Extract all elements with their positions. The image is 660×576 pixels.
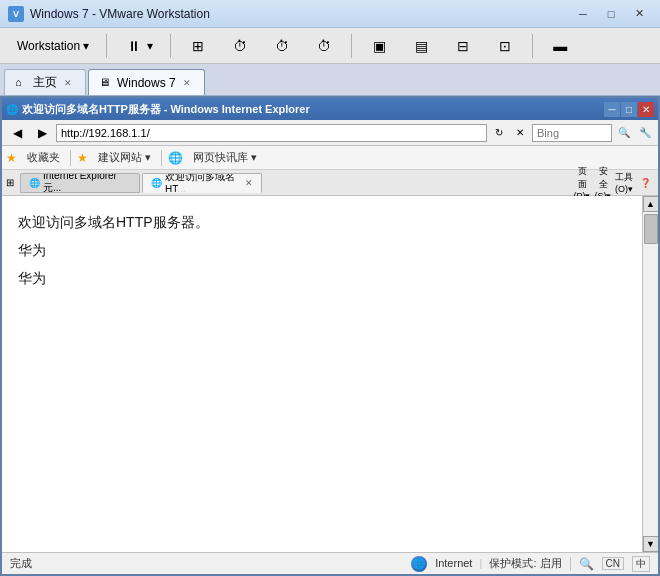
content-line1: 欢迎访问多域名HTTP服务器。 (18, 208, 642, 236)
content-line2: 华为 (18, 236, 642, 264)
ie-window: 🌐 欢迎访问多域名HTTP服务器 - Windows Internet Expl… (0, 96, 660, 576)
ie-help-btn[interactable]: ❓ (636, 174, 654, 192)
vm-btn[interactable]: ▬ (541, 33, 579, 59)
snapshot1-btn[interactable]: ⏱ (221, 33, 259, 59)
vm-icon: ⊞ (188, 37, 208, 55)
ie-scrollbar[interactable]: ▲ ▼ (642, 196, 658, 552)
globe-icon: 🌐 (411, 556, 427, 572)
cn-indicator: CN (602, 557, 624, 570)
minimize-button[interactable]: ─ (570, 5, 596, 23)
ie-forward-btn[interactable]: ▶ (31, 123, 53, 143)
ie-title-bar: 🌐 欢迎访问多域名HTTP服务器 - Windows Internet Expl… (2, 98, 658, 120)
ie-close-btn[interactable]: ✕ (638, 102, 654, 117)
ie-favorites-bar: ★ 收藏夹 ★ 建议网站 ▾ 🌐 网页快讯库 ▾ (2, 146, 658, 170)
ie-app-icon: 🌐 (6, 104, 18, 115)
view2-btn[interactable]: ▤ (402, 33, 440, 59)
content-area: 欢迎访问多域名HTTP服务器。 华为 华为 (18, 208, 642, 292)
vm-btn-icon: ▬ (550, 37, 570, 55)
view4-btn[interactable]: ⊡ (486, 33, 524, 59)
ie-refresh-btn[interactable]: ↻ (490, 124, 508, 142)
view2-icon: ▤ (411, 37, 431, 55)
ie-tab-page-btn[interactable]: 页面(P)▾ (573, 174, 591, 192)
vmware-toolbar: Workstation ▾ ⏸ ▾ ⊞ ⏱ ⏱ ⏱ ▣ ▤ ⊟ ⊡ ▬ (0, 28, 660, 64)
title-text: Windows 7 - VMware Workstation (30, 7, 570, 21)
ie-maximize-btn[interactable]: □ (621, 102, 637, 117)
ie-grid-icon: ⊞ (6, 177, 14, 188)
ie-search-btn[interactable]: 🔍 (615, 124, 633, 142)
home-tab-close[interactable]: ✕ (61, 76, 75, 90)
ie-tab-bar: ⊞ 🌐 Internet Explorer 元... 🌐 欢迎访问多域名HT..… (2, 170, 658, 196)
app-icon: V (8, 6, 24, 22)
ie-inactive-tab[interactable]: 🌐 Internet Explorer 元... (20, 173, 140, 193)
toolbar-sep-1 (106, 34, 107, 58)
refresh-icon: ↻ (495, 127, 503, 138)
scrollbar-up-btn[interactable]: ▲ (643, 196, 659, 212)
scrollbar-down-btn[interactable]: ▼ (643, 536, 659, 552)
scrollbar-thumb[interactable] (644, 214, 658, 244)
snapshot3-btn[interactable]: ⏱ (305, 33, 343, 59)
active-tab-label: 欢迎访问多域名HT... (165, 173, 242, 193)
toolbar-sep-3 (351, 34, 352, 58)
ie-status-right: 🌐 Internet | 保护模式: 启用 🔍 CN 中 (411, 556, 650, 572)
snapshot1-icon: ⏱ (230, 37, 250, 55)
view3-icon: ⊟ (453, 37, 473, 55)
tools-menu-icon: 工具(O)▾ (615, 171, 633, 194)
toolbar-sep-4 (532, 34, 533, 58)
ie-tools-menu-btn[interactable]: 工具(O)▾ (615, 174, 633, 192)
ie-title-text: 欢迎访问多域名HTTP服务器 - Windows Internet Explor… (22, 102, 604, 117)
workstation-label: Workstation (17, 39, 80, 53)
win7-icon: 🖥 (99, 76, 113, 90)
view1-btn[interactable]: ▣ (360, 33, 398, 59)
search-icon: 🔍 (618, 127, 630, 138)
ie-back-btn[interactable]: ◀ (6, 123, 28, 143)
pause-icon: ⏸ (124, 37, 144, 55)
tools-icon: 🔧 (639, 127, 651, 138)
vm-icon-btn[interactable]: ⊞ (179, 33, 217, 59)
home-tab[interactable]: ⌂ 主页 ✕ (4, 69, 86, 95)
home-icon: ⌂ (15, 76, 29, 90)
recommend-btn[interactable]: 建议网站 ▾ (94, 149, 155, 166)
ie-status-done: 完成 (10, 556, 32, 571)
ie-zone-text: Internet | 保护模式: 启用 (435, 556, 561, 571)
active-tab-icon: 🌐 (151, 178, 162, 188)
ie-tools-btn[interactable]: 🔧 (636, 124, 654, 142)
snapshot2-btn[interactable]: ⏱ (263, 33, 301, 59)
ie-tab-controls: 页面(P)▾ 安全(S)▾ 工具(O)▾ ❓ (573, 174, 654, 192)
ie-address-bar: ◀ ▶ ↻ ✕ 🔍 🔧 (2, 120, 658, 146)
fav-sep-1 (70, 150, 71, 166)
ie-tab-label: Internet Explorer 元... (43, 173, 131, 193)
favorites-label: 收藏夹 (27, 150, 60, 165)
stop-icon: ✕ (516, 127, 524, 138)
ie-active-tab[interactable]: 🌐 欢迎访问多域名HT... ✕ (142, 173, 262, 193)
webslice-btn[interactable]: 网页快讯库 ▾ (189, 149, 261, 166)
zoom-icon: 🔍 (579, 557, 594, 571)
status-sep-2 (570, 557, 571, 571)
ie-tab-icon: 🌐 (29, 178, 40, 188)
view4-icon: ⊡ (495, 37, 515, 55)
ie-stop-btn[interactable]: ✕ (511, 124, 529, 142)
workstation-dropdown-icon: ▾ (83, 39, 89, 53)
win7-tab[interactable]: 🖥 Windows 7 ✕ (88, 69, 205, 95)
pause-button[interactable]: ⏸ ▾ (115, 33, 162, 59)
workstation-menu[interactable]: Workstation ▾ (8, 35, 98, 57)
win7-tab-label: Windows 7 (117, 76, 176, 90)
close-button[interactable]: ✕ (626, 5, 652, 23)
ie-address-input[interactable] (56, 124, 487, 142)
webslice-icon: 🌐 (168, 151, 183, 165)
pause-dropdown-icon: ▾ (147, 39, 153, 53)
ie-minimize-btn[interactable]: ─ (604, 102, 620, 117)
maximize-button[interactable]: □ (598, 5, 624, 23)
help-icon: ❓ (640, 178, 651, 188)
ie-search-input[interactable] (532, 124, 612, 142)
favorites-btn[interactable]: 收藏夹 (23, 149, 64, 166)
fav-sep-2 (161, 150, 162, 166)
toolbar-sep-2 (170, 34, 171, 58)
ie-safety-btn[interactable]: 安全(S)▾ (594, 174, 612, 192)
view3-btn[interactable]: ⊟ (444, 33, 482, 59)
vmware-tab-bar: ⌂ 主页 ✕ 🖥 Windows 7 ✕ (0, 64, 660, 96)
win7-tab-close[interactable]: ✕ (180, 76, 194, 90)
snapshot2-icon: ⏱ (272, 37, 292, 55)
title-bar: V Windows 7 - VMware Workstation ─ □ ✕ (0, 0, 660, 28)
active-tab-close[interactable]: ✕ (245, 178, 253, 188)
content-line3: 华为 (18, 264, 642, 292)
